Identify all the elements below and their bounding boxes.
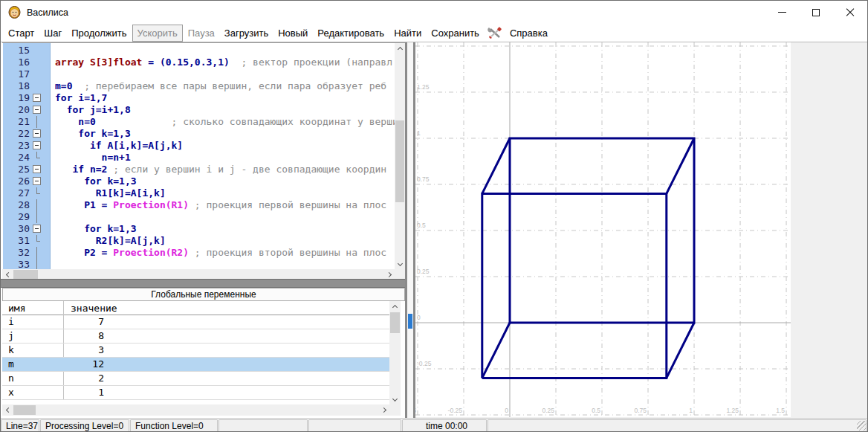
fold-collapse-icon[interactable] [33,225,41,233]
table-row-i[interactable]: i7 [2,315,389,329]
editor-vscrollbar[interactable] [395,43,405,269]
scroll-left-icon[interactable] [2,404,13,415]
y-tick-label: 0.25 [417,268,430,275]
line-number: 32 [3,247,30,259]
plot-vscroll-thumb[interactable] [408,314,412,329]
menu-item-редактировать[interactable]: Редактировать [313,25,389,41]
code-line-25[interactable]: 25 if n=2 ; если у вершин i и j - две со… [3,164,395,175]
table-row-x[interactable]: x1 [2,386,389,400]
x-tick-label: 1 [689,407,693,414]
column-header-value: значение [71,301,117,315]
plot-vscrollbar[interactable] [407,42,413,418]
code-line-30[interactable]: 30 for k=1,3 [3,223,395,235]
menu-bar: СтартШагПродолжитьУскоритьПаузаЗагрузить… [1,24,867,42]
fold-collapse-icon[interactable] [33,165,41,173]
code-line-27[interactable]: 27 R1[k]=A[i,k] [3,187,395,199]
menu-item-пауза[interactable]: Пауза [184,25,219,41]
code-line-17[interactable]: 17 [3,68,395,80]
status-empty [218,419,308,432]
code-line-19[interactable]: 19for i=1,7 [3,92,395,104]
scroll-left-icon[interactable] [2,269,13,279]
menu-item-новый[interactable]: Новый [273,25,312,41]
fold-collapse-icon[interactable] [33,177,41,185]
menu-item-старт[interactable]: Старт [4,25,39,41]
code-line-15[interactable]: 15 [3,45,395,57]
menu-item-загрузить[interactable]: Загрузить [220,25,273,41]
status-time-00:00: time 00:00 [402,419,487,432]
code-line-18[interactable]: 18m=0 ; перебираем все пары вершин, если… [3,80,395,92]
y-tick-label: -0.25 [417,360,432,367]
resize-grip-icon[interactable] [857,421,867,431]
code-editor[interactable]: 1516array S[3]float = (0.15,0.3,1) ; век… [2,42,405,279]
variable-value: 1 [71,386,104,399]
line-number: 23 [3,140,30,152]
title-bar: Василиса [1,1,867,24]
code-line-21[interactable]: 21 n=0 ; сколько совпадающих координат у… [3,116,395,128]
line-number: 30 [3,223,30,235]
minimize-button[interactable] [765,1,799,24]
code-line-28[interactable]: 28 P1 = Proection(R1) ; проекция первой … [3,199,395,211]
x-tick-label: 0.75 [634,407,647,414]
tools-icon[interactable] [488,27,502,39]
variables-table-header: имя значение [2,301,389,315]
line-number: 17 [3,68,30,80]
code-line-29[interactable]: 29 [3,211,395,223]
code-line-32[interactable]: 32 P2 = Proection(R2) ; проекция второй … [3,247,395,259]
code-line-16[interactable]: 16array S[3]float = (0.15,0.3,1) ; векто… [3,57,395,68]
variables-hscroll-thumb[interactable] [13,405,36,415]
table-row-k[interactable]: k3 [2,344,389,358]
code-lines: 1516array S[3]float = (0.15,0.3,1) ; век… [3,45,395,271]
code-line-22[interactable]: 22 for k=1,3 [3,128,395,140]
variables-vscroll-thumb[interactable] [390,312,400,333]
editor-hscroll-thumb[interactable] [13,270,38,279]
scroll-up-icon[interactable] [389,301,400,312]
code-line-23[interactable]: 23 if A[i,k]=A[j,k] [3,140,395,152]
scroll-down-icon[interactable] [389,394,400,404]
scroll-right-icon[interactable] [384,269,395,279]
close-button[interactable] [833,1,867,24]
fold-collapse-icon[interactable] [33,106,41,114]
scroll-right-icon[interactable] [379,404,389,415]
scrollbar-corner [389,404,401,416]
y-tick-label: 0.5 [417,222,426,229]
fold-collapse-icon[interactable] [33,129,41,138]
maximize-button[interactable] [799,1,833,24]
code-text: for j=i+1,8 [55,104,131,116]
line-number: 28 [3,199,30,211]
table-row-j[interactable]: j8 [2,329,389,344]
line-number: 21 [3,116,30,128]
code-line-20[interactable]: 20 for j=i+1,8 [3,104,395,116]
code-text: n=n+1 [55,152,131,164]
code-line-26[interactable]: 26 for k=1,3 [3,175,395,187]
table-row-n[interactable]: n2 [2,372,389,386]
variable-name: n [8,372,14,385]
variables-vscrollbar[interactable] [389,301,401,404]
menu-item-шаг[interactable]: Шаг [39,25,66,41]
editor-hscrollbar[interactable] [2,269,395,279]
line-number: 20 [3,104,30,116]
menu-item-справка[interactable]: Справка [505,25,552,41]
menu-item-найти[interactable]: Найти [389,25,426,41]
maximize-icon [812,9,820,16]
code-text: P2 = Proection(R2) ; проекция второй вер… [55,247,386,259]
fold-collapse-icon[interactable] [33,94,41,102]
window-controls [765,1,867,24]
code-text: n=0 ; сколько совпадающих координат у ве… [55,116,395,128]
horizontal-splitter[interactable] [1,279,415,288]
x-tick-label: 1.5 [776,407,785,414]
scroll-up-icon[interactable] [395,43,405,54]
scroll-down-icon[interactable] [395,259,405,269]
variables-hscrollbar[interactable] [2,404,389,416]
menu-item-продолжить[interactable]: Продолжить [67,25,131,41]
table-row-m[interactable]: m12 [2,358,389,372]
menu-item-ускорить[interactable]: Ускорить [132,25,183,42]
code-line-31[interactable]: 31 R2[k]=A[j,k] [3,235,395,247]
variable-value: 3 [71,344,104,357]
editor-vscroll-thumb[interactable] [395,120,404,202]
menu-item-сохранить[interactable]: Сохранить [427,25,484,41]
line-number: 16 [3,57,30,68]
line-number: 26 [3,175,30,187]
fold-collapse-icon[interactable] [33,141,41,149]
code-line-24[interactable]: 24 n=n+1 [3,152,395,164]
variable-value: 2 [71,372,104,385]
